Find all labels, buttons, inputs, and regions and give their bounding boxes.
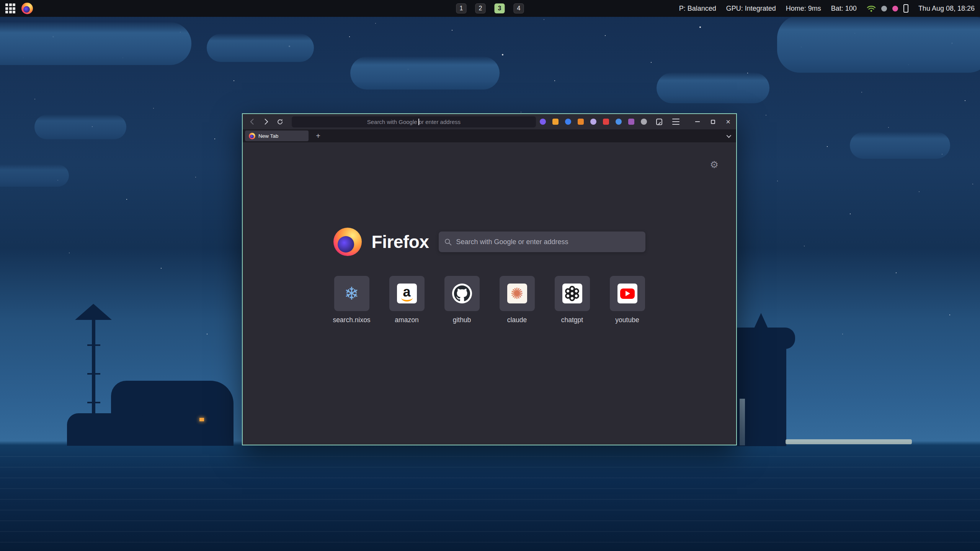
- firefox-wordmark: Firefox: [372, 231, 429, 252]
- extension-icon-4[interactable]: [578, 119, 584, 125]
- shortcut-claude[interactable]: ✺ claude: [500, 276, 535, 324]
- battery-status: Bat: 100: [831, 5, 857, 13]
- close-button[interactable]: ×: [725, 118, 732, 125]
- amazon-icon: a: [401, 286, 413, 302]
- shortcut-github[interactable]: github: [444, 276, 480, 324]
- cloud: [777, 15, 980, 73]
- text-caret: [418, 119, 419, 125]
- network-latency-status: Home: 9ms: [786, 5, 821, 13]
- system-tray: [867, 4, 908, 13]
- shortcut-tiles: ❄ search.nixos a amazon: [243, 276, 736, 324]
- forward-button[interactable]: [261, 117, 271, 127]
- watchtower-roof: [75, 304, 112, 320]
- reload-button[interactable]: [275, 117, 285, 127]
- cloud: [657, 73, 769, 103]
- status-icon[interactable]: [881, 6, 887, 11]
- extension-icon-2[interactable]: [552, 119, 559, 125]
- power-profile-status: P: Balanced: [679, 5, 716, 13]
- shortcut-youtube[interactable]: youtube: [610, 276, 645, 324]
- workspace-switcher: 1 2 3 4: [456, 0, 524, 17]
- firefox-logo: [333, 228, 362, 256]
- sea: [0, 446, 980, 551]
- extension-icons: [540, 119, 647, 125]
- extension-icon-9[interactable]: [641, 119, 647, 125]
- shortcut-label: amazon: [395, 316, 418, 324]
- shortcut-label: chatgpt: [561, 316, 583, 324]
- device-icon[interactable]: [903, 4, 908, 13]
- url-bar-placeholder: Search with Google or enter address: [367, 119, 461, 125]
- claude-icon: ✺: [511, 286, 524, 301]
- search-icon: [444, 238, 452, 246]
- shortcut-chatgpt[interactable]: chatgpt: [555, 276, 590, 324]
- watchtower-rung: [87, 344, 100, 346]
- status-bar: 1 2 3 4 P: Balanced GPU: Integrated Home…: [0, 0, 980, 17]
- chatgpt-icon: [564, 285, 580, 302]
- firefox-window: Search with Google or enter address × Ne…: [242, 113, 737, 445]
- github-icon: [454, 285, 470, 302]
- watchtower-rung: [87, 402, 100, 403]
- cloud: [0, 22, 191, 65]
- cloud: [34, 115, 126, 139]
- waterfall: [740, 399, 745, 445]
- window-controls: ×: [694, 118, 732, 125]
- back-button[interactable]: [247, 117, 257, 127]
- shortcut-label: youtube: [615, 316, 639, 324]
- browser-toolbar: Search with Google or enter address ×: [243, 114, 736, 129]
- firefox-favicon: [249, 133, 255, 139]
- gpu-status: GPU: Integrated: [726, 5, 776, 13]
- newtab-hero: Firefox: [243, 228, 736, 256]
- hut-light: [199, 418, 204, 421]
- extension-icon-3[interactable]: [565, 119, 571, 125]
- shortcut-label: search.nixos: [333, 316, 370, 324]
- hut: [189, 412, 217, 431]
- new-tab-page: ⚙ Firefox ❄ search.nixos: [243, 142, 736, 445]
- cliff: [728, 328, 795, 349]
- newtab-settings-gear-icon[interactable]: ⚙: [710, 160, 719, 170]
- workspace-button-1[interactable]: 1: [456, 3, 467, 13]
- url-bar[interactable]: Search with Google or enter address: [292, 116, 536, 127]
- youtube-icon: [620, 289, 635, 299]
- newtab-search-box[interactable]: [439, 231, 645, 252]
- shortcut-label: github: [453, 316, 471, 324]
- tab-strip: New Tab +: [243, 129, 736, 142]
- cloud: [850, 132, 950, 159]
- workspace-button-2[interactable]: 2: [475, 3, 486, 13]
- cliff-tree: [753, 313, 769, 330]
- minimize-button[interactable]: [694, 118, 701, 125]
- newtab-search-input[interactable]: [456, 238, 640, 246]
- shortcut-label: claude: [507, 316, 527, 324]
- wifi-icon[interactable]: [867, 5, 876, 12]
- shortcut-amazon[interactable]: a amazon: [389, 276, 425, 324]
- tab-new-tab[interactable]: New Tab: [245, 130, 309, 141]
- extension-icon-5[interactable]: [590, 119, 596, 125]
- extension-icon-7[interactable]: [616, 119, 622, 125]
- watchtower-rung: [87, 373, 100, 375]
- tab-list-chevron-icon[interactable]: [727, 133, 732, 138]
- workspace-button-3[interactable]: 3: [495, 3, 505, 13]
- nixos-icon: ❄: [344, 285, 359, 302]
- extension-icon-8[interactable]: [628, 119, 634, 125]
- new-tab-button[interactable]: +: [313, 131, 323, 141]
- firefox-taskbar-icon[interactable]: [21, 3, 33, 14]
- extension-icon-1[interactable]: [540, 119, 546, 125]
- indicator-icon[interactable]: [892, 6, 898, 11]
- pier: [96, 429, 147, 432]
- maximize-button[interactable]: [709, 118, 716, 125]
- beach: [786, 439, 912, 444]
- app-launcher-button[interactable]: [5, 3, 15, 13]
- workspace-button-4[interactable]: 4: [514, 3, 524, 13]
- tab-title: New Tab: [258, 133, 278, 139]
- cloud: [350, 57, 500, 90]
- cloud: [0, 165, 69, 187]
- clock[interactable]: Thu Aug 08, 18:26: [918, 5, 975, 13]
- watchtower-pole: [92, 318, 95, 446]
- menu-button[interactable]: [672, 119, 679, 125]
- cloud: [207, 34, 314, 62]
- extension-icon-6[interactable]: [603, 119, 609, 125]
- shortcut-search-nixos[interactable]: ❄ search.nixos: [334, 276, 369, 324]
- extensions-icon[interactable]: [656, 119, 662, 125]
